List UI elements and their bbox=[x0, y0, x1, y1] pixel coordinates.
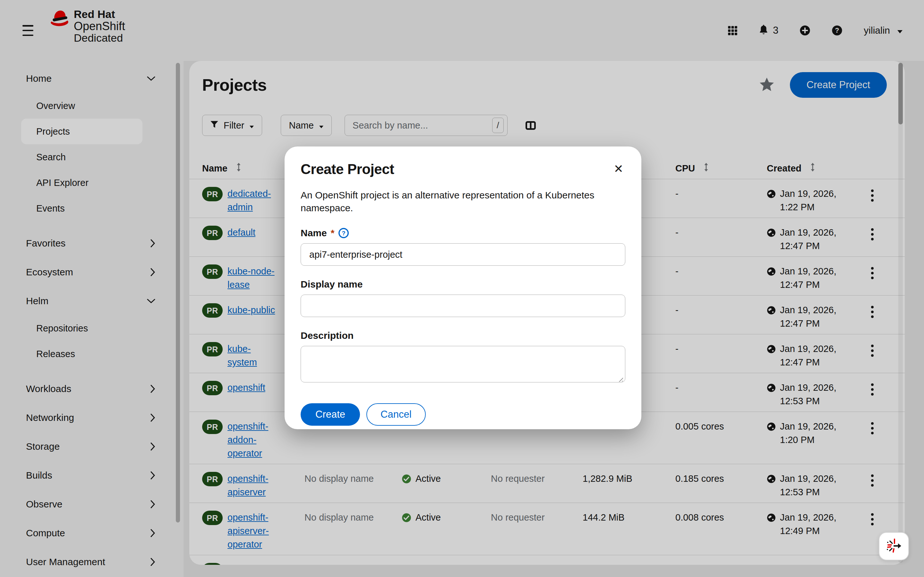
project-name-input[interactable] bbox=[300, 243, 625, 266]
name-field-label: Name * ? bbox=[300, 227, 625, 239]
cancel-button[interactable]: Cancel bbox=[367, 403, 426, 426]
description-field-label: Description bbox=[300, 330, 625, 342]
svg-text:?: ? bbox=[342, 230, 346, 237]
name-help-icon[interactable]: ? bbox=[338, 227, 349, 239]
description-textarea-wrap bbox=[300, 346, 625, 385]
lightspeed-icon bbox=[885, 537, 903, 556]
display-name-field-label: Display name bbox=[300, 279, 625, 290]
name-label-text: Name bbox=[300, 227, 327, 239]
description-textarea[interactable] bbox=[300, 346, 625, 382]
lightspeed-assistant-button[interactable] bbox=[879, 532, 909, 560]
modal-actions: Create Cancel bbox=[300, 403, 625, 426]
create-button[interactable]: Create bbox=[300, 403, 360, 426]
create-project-modal: Create Project ✕ An OpenShift project is… bbox=[284, 147, 641, 429]
display-name-label-text: Display name bbox=[300, 279, 363, 290]
display-name-input[interactable] bbox=[300, 295, 625, 317]
modal-description: An OpenShift project is an alternative r… bbox=[300, 189, 625, 214]
required-asterisk: * bbox=[331, 227, 334, 239]
modal-title: Create Project bbox=[300, 161, 625, 177]
close-icon[interactable]: ✕ bbox=[614, 163, 624, 175]
description-label-text: Description bbox=[300, 330, 354, 341]
